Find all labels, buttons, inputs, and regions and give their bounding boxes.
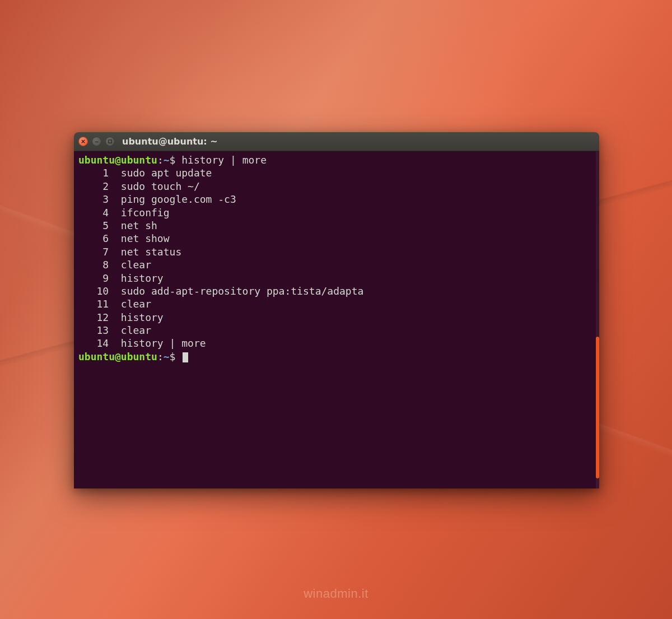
history-line: 12 history xyxy=(78,311,595,324)
history-number: 12 xyxy=(78,311,109,324)
window-controls xyxy=(78,137,115,146)
close-button[interactable] xyxy=(78,137,88,146)
prompt-colon: : xyxy=(157,154,164,166)
history-command: history xyxy=(109,311,164,323)
history-line: 7 net status xyxy=(78,245,595,258)
history-command: net show xyxy=(109,232,169,244)
history-command: ifconfig xyxy=(109,207,169,218)
command-input: history | more xyxy=(175,154,267,166)
history-command: net status xyxy=(109,246,181,258)
history-number: 3 xyxy=(78,193,109,206)
prompt-path: ~ xyxy=(164,351,170,362)
history-command: history xyxy=(109,272,164,284)
history-line: 9 history xyxy=(78,272,595,285)
history-command: clear xyxy=(109,324,151,336)
history-number: 8 xyxy=(78,258,109,271)
terminal-prompt-line: ubuntu@ubuntu:~$ history | more xyxy=(78,153,595,166)
history-command: clear xyxy=(109,259,151,271)
history-number: 4 xyxy=(78,206,109,219)
svg-rect-0 xyxy=(109,140,111,143)
history-line: 11 clear xyxy=(78,297,595,310)
window-title: ubuntu@ubuntu: ~ xyxy=(122,136,218,147)
prompt-symbol: $ xyxy=(170,351,176,362)
history-line: 14 history | more xyxy=(78,337,595,350)
history-number: 11 xyxy=(78,297,109,310)
history-number: 2 xyxy=(78,180,109,193)
minimize-button[interactable] xyxy=(92,137,101,146)
prompt-user-host: ubuntu@ubuntu xyxy=(78,351,157,362)
history-number: 13 xyxy=(78,324,109,337)
history-output: 1 sudo apt update2 sudo touch ~/3 ping g… xyxy=(78,166,595,350)
history-line: 13 clear xyxy=(78,324,595,337)
history-line: 4 ifconfig xyxy=(78,206,595,219)
history-line: 2 sudo touch ~/ xyxy=(78,180,595,193)
prompt-colon: : xyxy=(157,351,164,362)
history-line: 3 ping google.com -c3 xyxy=(78,193,595,206)
terminal-body[interactable]: ubuntu@ubuntu:~$ history | more 1 sudo a… xyxy=(74,151,599,488)
history-line: 5 net sh xyxy=(78,219,595,232)
watermark: winadmin.it xyxy=(304,587,368,601)
title-bar[interactable]: ubuntu@ubuntu: ~ xyxy=(74,132,599,151)
terminal-cursor xyxy=(183,352,188,362)
history-command: sudo add-apt-repository ppa:tista/adapta xyxy=(109,285,363,297)
scrollbar-thumb[interactable] xyxy=(596,337,599,478)
history-line: 6 net show xyxy=(78,232,595,245)
prompt-user-host: ubuntu@ubuntu xyxy=(78,154,157,166)
history-number: 14 xyxy=(78,337,109,350)
history-number: 1 xyxy=(78,166,109,179)
history-command: sudo touch ~/ xyxy=(109,180,200,192)
history-command: clear xyxy=(109,298,151,310)
maximize-button[interactable] xyxy=(105,137,115,146)
history-command: sudo apt update xyxy=(109,167,212,179)
prompt-path: ~ xyxy=(164,154,170,166)
terminal-window: ubuntu@ubuntu: ~ ubuntu@ubuntu:~$ histor… xyxy=(74,132,599,488)
history-command: history | more xyxy=(109,337,206,349)
history-number: 7 xyxy=(78,245,109,258)
history-number: 10 xyxy=(78,285,109,297)
history-number: 6 xyxy=(78,232,109,245)
prompt-symbol: $ xyxy=(170,154,176,166)
history-line: 1 sudo apt update xyxy=(78,166,595,179)
terminal-prompt-line-current: ubuntu@ubuntu:~$ xyxy=(78,350,595,363)
history-command: net sh xyxy=(109,220,157,231)
history-number: 5 xyxy=(78,219,109,232)
scrollbar-track[interactable] xyxy=(596,151,599,488)
history-line: 10 sudo add-apt-repository ppa:tista/ada… xyxy=(78,285,595,297)
history-command: ping google.com -c3 xyxy=(109,193,236,205)
history-line: 8 clear xyxy=(78,258,595,271)
history-number: 9 xyxy=(78,272,109,285)
